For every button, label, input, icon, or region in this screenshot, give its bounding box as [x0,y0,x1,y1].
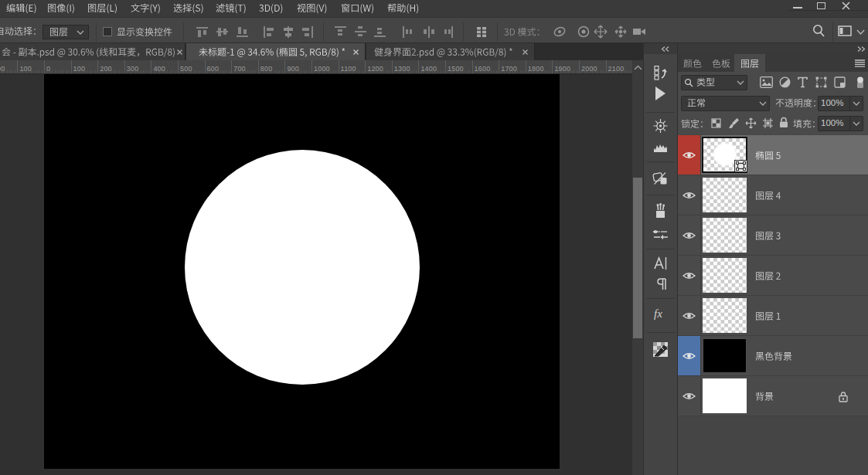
svg-text:fx: fx [654,307,662,320]
